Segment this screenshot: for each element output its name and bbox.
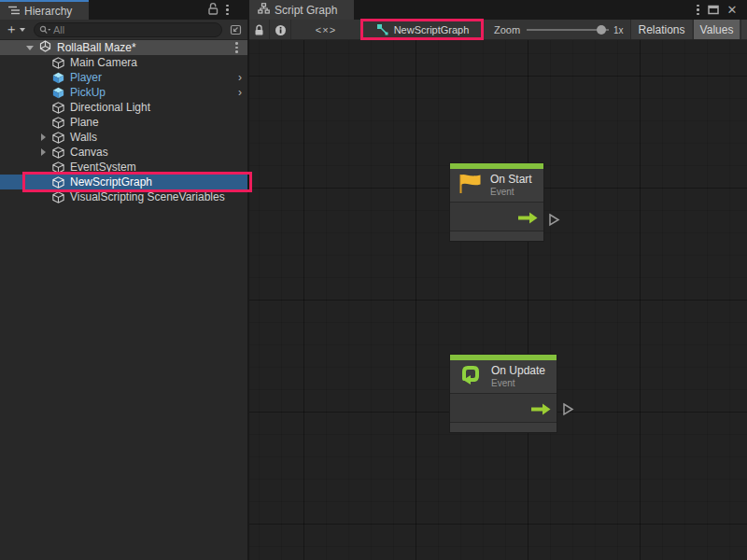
- scene-name-label: RollaBall Maze*: [57, 41, 136, 54]
- graph-breadcrumb[interactable]: NewScriptGraph: [361, 20, 484, 40]
- node-subtitle: Event: [491, 378, 545, 389]
- node-on-update-output-port[interactable]: [561, 402, 574, 420]
- hierarchy-toolbar: ＋ All: [0, 20, 247, 40]
- zoom-label: Zoom: [494, 24, 520, 35]
- item-label: Canvas: [70, 146, 108, 159]
- add-gameobject-button[interactable]: ＋: [5, 21, 25, 38]
- item-label: PickUp: [70, 86, 106, 99]
- zoom-slider[interactable]: [527, 29, 609, 31]
- graph-toolbar: <×> NewScriptGraph Zoom 1x Relations Val…: [249, 20, 747, 40]
- kebab-menu-icon[interactable]: [235, 42, 238, 53]
- dim-button[interactable]: Di: [740, 20, 747, 40]
- node-subtitle: Event: [490, 187, 532, 198]
- gameobject-cube-icon: [52, 191, 64, 203]
- foldout-collapsed-icon[interactable]: [41, 133, 46, 141]
- gameobject-cube-icon: [52, 147, 64, 159]
- unlocked-padlock-icon[interactable]: [207, 2, 218, 19]
- unity-editor-window: Hierarchy Script Graph ✕ ＋: [0, 0, 747, 560]
- breadcrumb-label: NewScriptGraph: [394, 24, 470, 35]
- flow-output-arrow-icon[interactable]: [531, 402, 551, 419]
- node-title: On Update: [491, 365, 545, 378]
- node-header: On Update Event: [450, 360, 557, 394]
- item-label: Plane: [70, 116, 99, 129]
- hierarchy-list-icon: [8, 5, 20, 18]
- node-title: On Start: [490, 174, 532, 187]
- prefab-cube-icon: [52, 72, 64, 84]
- hierarchy-item-visualscripting-scenevariables[interactable]: VisualScripting SceneVariables: [0, 189, 247, 204]
- values-button[interactable]: Values: [693, 20, 740, 40]
- prefab-chevron-icon[interactable]: ›: [238, 86, 242, 99]
- item-label: Walls: [70, 131, 97, 144]
- tab-script-graph[interactable]: Script Graph: [249, 0, 354, 20]
- zoom-slider-handle[interactable]: [597, 25, 606, 35]
- flow-output-arrow-icon[interactable]: [518, 211, 538, 228]
- node-body: [450, 203, 543, 231]
- kebab-menu-icon[interactable]: [226, 5, 229, 16]
- prefab-cube-icon: [52, 87, 64, 99]
- node-graph-icon: [258, 3, 270, 17]
- gameobject-cube-icon: [52, 176, 64, 189]
- foldout-expanded-icon[interactable]: [26, 46, 34, 50]
- unity-logo-icon: [39, 40, 51, 55]
- foldout-collapsed-icon[interactable]: [41, 148, 46, 156]
- hierarchy-item-eventsystem[interactable]: EventSystem: [0, 160, 247, 175]
- node-footer: [450, 423, 557, 432]
- hierarchy-item-main-camera[interactable]: Main Camera: [0, 55, 247, 70]
- node-header: On Start Event: [450, 169, 543, 203]
- open-in-window-icon[interactable]: [227, 22, 244, 37]
- item-label: EventSystem: [70, 161, 136, 174]
- gameobject-cube-icon: [52, 57, 64, 69]
- tab-strip: Hierarchy Script Graph ✕: [0, 0, 747, 20]
- item-label: Directional Light: [70, 101, 150, 114]
- close-icon[interactable]: ✕: [727, 4, 738, 16]
- loop-icon: [458, 363, 483, 390]
- hierarchy-search-input[interactable]: All: [34, 22, 222, 37]
- node-body: [450, 394, 557, 423]
- chevron-down-icon: [20, 28, 25, 32]
- tab-hierarchy[interactable]: Hierarchy: [0, 0, 89, 20]
- relations-button[interactable]: Relations: [630, 20, 692, 40]
- node-on-start-output-port[interactable]: [547, 213, 560, 231]
- hierarchy-item-directional-light[interactable]: Directional Light: [0, 100, 247, 115]
- node-on-start[interactable]: On Start Event: [449, 162, 544, 242]
- hierarchy-tree: Main Camera Player › PickUp › Directiona…: [0, 55, 247, 560]
- gameobject-cube-icon: [52, 117, 64, 129]
- hierarchy-item-pickup[interactable]: PickUp ›: [0, 85, 247, 100]
- tab-script-graph-label: Script Graph: [275, 4, 337, 17]
- flag-icon: [458, 173, 482, 198]
- gameobject-cube-icon: [52, 161, 64, 174]
- item-label: NewScriptGraph: [70, 175, 152, 189]
- node-on-update[interactable]: On Update Event: [449, 354, 557, 433]
- magnifier-icon: [39, 21, 50, 38]
- item-label: Player: [70, 71, 102, 84]
- gameobject-cube-icon: [52, 102, 64, 114]
- maximize-icon[interactable]: [708, 2, 719, 19]
- tab-hierarchy-label: Hierarchy: [24, 5, 72, 18]
- hierarchy-item-walls[interactable]: Walls: [0, 130, 247, 145]
- item-label: Main Camera: [70, 56, 137, 69]
- node-footer: [450, 231, 543, 241]
- hierarchy-item-player[interactable]: Player ›: [0, 70, 247, 85]
- kebab-menu-icon[interactable]: [697, 5, 699, 16]
- script-graph-asset-icon: [376, 23, 388, 37]
- hierarchy-item-canvas[interactable]: Canvas: [0, 145, 247, 160]
- info-circle-icon[interactable]: [271, 20, 291, 40]
- search-placeholder: All: [53, 24, 64, 35]
- hierarchy-item-newscriptgraph[interactable]: NewScriptGraph: [0, 175, 247, 189]
- locked-padlock-icon[interactable]: [249, 20, 270, 40]
- prefab-chevron-icon[interactable]: ›: [238, 71, 242, 84]
- hierarchy-item-plane[interactable]: Plane: [0, 115, 247, 130]
- scene-header-row[interactable]: RollaBall Maze*: [0, 40, 247, 55]
- graph-canvas[interactable]: [249, 40, 747, 560]
- code-preview-button[interactable]: <×>: [307, 20, 345, 40]
- zoom-value: 1x: [613, 25, 624, 35]
- item-label: VisualScripting SceneVariables: [70, 190, 225, 203]
- gameobject-cube-icon: [52, 132, 64, 144]
